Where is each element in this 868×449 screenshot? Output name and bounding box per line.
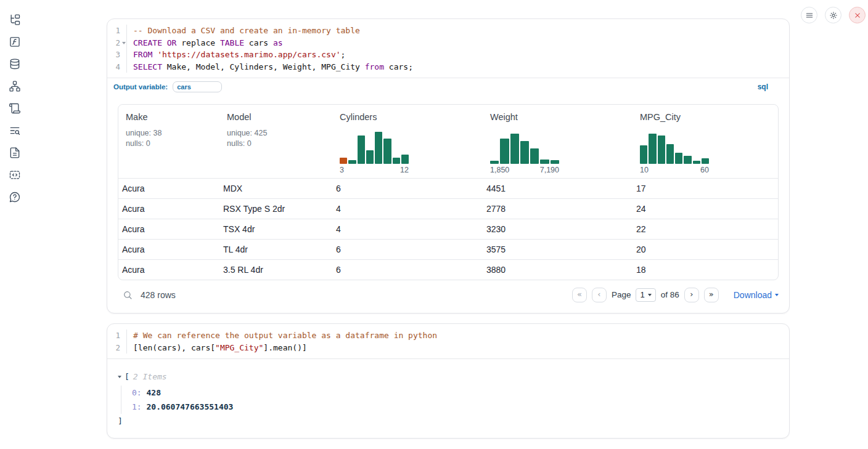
dependency-graph-icon[interactable] xyxy=(9,80,21,92)
page-select[interactable]: 1 xyxy=(636,288,655,302)
items-count-label: 2 Items xyxy=(133,371,167,382)
python-code-editor[interactable]: 1 2 # We can reference the output variab… xyxy=(107,324,789,358)
last-page-button[interactable]: » xyxy=(704,288,719,302)
datasources-icon[interactable] xyxy=(9,58,21,70)
open-bracket: [ xyxy=(125,371,129,382)
shutdown-close-button[interactable] xyxy=(849,7,866,23)
mpg-city-histogram: 10 60 xyxy=(640,132,709,174)
result-table: Make unique: 38 nulls: 0 Model unique: 4… xyxy=(118,104,779,280)
table-row: Acura TL 4dr 6 3575 20 xyxy=(118,239,778,259)
notebook-actions xyxy=(801,7,866,23)
code-lines: # We can reference the output variable a… xyxy=(127,330,789,354)
next-page-button[interactable]: › xyxy=(684,288,699,302)
table-row: Acura RSX Type S 2dr 4 2778 24 xyxy=(118,198,778,219)
menu-button[interactable] xyxy=(801,7,817,23)
output-variable-input[interactable] xyxy=(173,81,222,92)
code-line: -- Download a CSV and create an in-memor… xyxy=(133,25,789,37)
code-line: FROM 'https://datasets.marimo.app/cars.c… xyxy=(133,49,789,61)
snippets-icon[interactable] xyxy=(9,169,21,181)
histogram-bar xyxy=(693,161,700,164)
hist-max-label: 60 xyxy=(700,166,709,174)
histogram-bar xyxy=(401,155,409,164)
column-stats: unique: 425 nulls: 0 xyxy=(227,128,332,149)
first-page-button[interactable]: « xyxy=(572,288,587,302)
histogram-bar xyxy=(551,160,559,164)
chevron-down-icon xyxy=(775,294,779,296)
close-bracket: ] xyxy=(118,416,779,427)
histogram-bar xyxy=(675,153,682,164)
tree-entries: 0: 428 1: 20.060747663551403 xyxy=(121,386,779,414)
line-number: 2 xyxy=(107,37,126,49)
line-number-gutter: 1 2 xyxy=(107,330,127,354)
sql-cell-toolbar: Output variable: sql xyxy=(107,78,789,95)
search-icon[interactable] xyxy=(123,290,133,300)
code-line: CREATE OR replace TABLE cars as xyxy=(133,37,789,49)
table-header-row: Make unique: 38 nulls: 0 Model unique: 4… xyxy=(118,105,778,178)
sql-cell: 1 2 3 4 -- Download a CSV and create an … xyxy=(107,18,790,313)
python-cell: 1 2 # We can reference the output variab… xyxy=(107,323,790,439)
line-number: 1 xyxy=(107,330,126,342)
histogram-bar xyxy=(500,139,509,164)
hist-max-label: 7,190 xyxy=(540,166,559,174)
code-line: SELECT Make, Model, Cylinders, Weight, M… xyxy=(133,61,789,73)
scratchpad-search-icon[interactable] xyxy=(9,124,21,137)
table-row: Acura 3.5 RL 4dr 6 3880 18 xyxy=(118,259,778,280)
previous-page-button[interactable]: ‹ xyxy=(592,288,607,302)
code-line: # We can reference the output variable a… xyxy=(133,330,789,342)
page-label: Page xyxy=(612,290,631,299)
variables-icon[interactable] xyxy=(9,36,21,48)
column-header-model[interactable]: Model unique: 425 nulls: 0 xyxy=(219,112,332,174)
tree-entry: 1: 20.060747663551403 xyxy=(132,400,779,414)
table-row: Acura MDX 6 4451 17 xyxy=(118,178,778,198)
hist-min-label: 10 xyxy=(640,166,649,174)
total-pages-label: of 86 xyxy=(661,290,679,299)
code-line: [len(cars), cars["MPG_City"].mean()] xyxy=(133,342,789,354)
pagination: « ‹ Page 1 of 86 › » Download xyxy=(572,288,779,302)
line-number: 3 xyxy=(107,49,126,61)
histogram-bar xyxy=(640,145,647,164)
histogram-bar xyxy=(520,141,529,164)
line-number: 4 xyxy=(107,61,126,73)
table-footer: 428 rows « ‹ Page 1 of 86 › » Download xyxy=(118,280,779,305)
column-header-cylinders[interactable]: Cylinders 3 12 xyxy=(332,112,483,174)
histogram-bar xyxy=(366,150,374,164)
column-stats: unique: 38 nulls: 0 xyxy=(126,128,219,149)
collapse-chevron-icon[interactable] xyxy=(118,376,121,378)
histogram-bar xyxy=(375,132,382,164)
cylinders-histogram: 3 12 xyxy=(340,132,409,174)
histogram-bar xyxy=(358,136,365,164)
column-header-make[interactable]: Make unique: 38 nulls: 0 xyxy=(118,112,219,174)
output-variable-label: Output variable: xyxy=(113,83,168,91)
settings-gear-button[interactable] xyxy=(825,7,841,23)
histogram-bar xyxy=(393,158,400,164)
helper-panel-rail xyxy=(0,0,30,449)
histogram-bar xyxy=(383,139,391,164)
fold-chevron-icon[interactable] xyxy=(122,42,126,44)
logs-icon[interactable] xyxy=(9,102,21,115)
documentation-icon[interactable] xyxy=(9,147,21,159)
line-number: 2 xyxy=(107,342,126,354)
line-number-gutter: 1 2 3 4 xyxy=(107,25,127,73)
histogram-bar xyxy=(649,134,656,164)
sql-code-editor[interactable]: 1 2 3 4 -- Download a CSV and create an … xyxy=(107,19,789,78)
table-row: Acura TSX 4dr 4 3230 22 xyxy=(118,219,778,239)
column-header-mpg-city[interactable]: MPG_City 10 60 xyxy=(633,112,778,174)
histogram-bar xyxy=(348,160,356,164)
code-lines: -- Download a CSV and create an in-memor… xyxy=(127,25,789,73)
help-icon[interactable] xyxy=(9,191,21,203)
hist-min-label: 1,850 xyxy=(490,166,509,174)
language-badge: sql xyxy=(758,83,768,91)
hist-min-label: 3 xyxy=(340,166,344,174)
row-count: 428 rows xyxy=(141,290,176,300)
histogram-bar xyxy=(666,144,674,164)
histogram-bar xyxy=(340,158,347,164)
histogram-bar xyxy=(510,134,519,164)
weight-histogram: 1,850 7,190 xyxy=(490,132,559,174)
column-header-weight[interactable]: Weight 1,850 7,190 xyxy=(483,112,633,174)
file-tree-icon[interactable] xyxy=(9,14,21,26)
tree-entry: 0: 428 xyxy=(132,386,779,400)
hist-max-label: 12 xyxy=(400,166,409,174)
download-button[interactable]: Download xyxy=(734,290,779,300)
histogram-bar xyxy=(530,148,539,164)
line-number: 1 xyxy=(107,25,126,37)
